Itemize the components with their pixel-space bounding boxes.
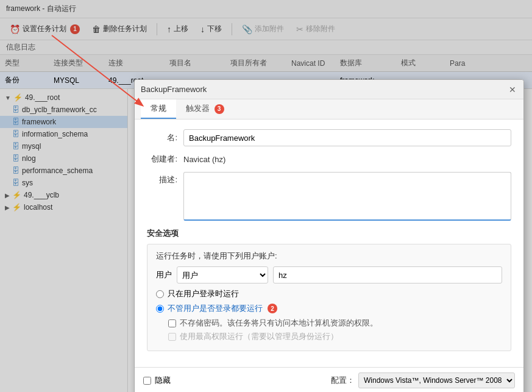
radio-login[interactable] <box>156 290 164 298</box>
config-row: 配置： Windows Vista™, Windows Server™ 2008 <box>331 372 515 388</box>
config-select[interactable]: Windows Vista™, Windows Server™ 2008 <box>358 372 515 388</box>
radio-always[interactable] <box>156 305 164 313</box>
radio-row-2: 不管用户是否登录都要运行 2 <box>156 303 502 314</box>
checkbox-highest-label: 使用最高权限运行（需要以管理员身份运行） <box>180 331 338 342</box>
creator-label: 创建者: <box>147 154 183 165</box>
checkbox-no-store[interactable] <box>168 319 176 327</box>
hide-row: 隐藏 <box>143 375 171 386</box>
modal-tabs: 常规 触发器 3 <box>135 99 523 119</box>
modal-titlebar: BackupFramework ✕ <box>135 80 523 99</box>
user-select[interactable]: 用户 <box>177 266 268 283</box>
user-input[interactable] <box>273 266 502 283</box>
config-label: 配置： <box>331 375 355 386</box>
modal-body: 名: 创建者: Navicat (hz) 描述: 安全选项 运行任务时，请使用下… <box>135 119 523 367</box>
user-label: 用户 <box>156 269 172 280</box>
form-row-creator: 创建者: Navicat (hz) <box>147 154 511 165</box>
hide-checkbox[interactable] <box>143 377 151 385</box>
checkbox-highest <box>168 333 176 341</box>
radio-login-label: 只在用户登录时运行 <box>168 288 239 299</box>
radio-always-label: 不管用户是否登录都要运行 <box>168 303 263 314</box>
checkbox-no-store-label: 不存储密码。该任务将只有访问本地计算机资源的权限。 <box>180 318 378 329</box>
desc-textarea[interactable] <box>183 172 511 221</box>
security-title: 安全选项 <box>147 228 511 239</box>
modal-bottom: 隐藏 配置： Windows Vista™, Windows Server™ 2… <box>135 367 523 392</box>
radio-row-1: 只在用户登录时运行 <box>156 288 502 299</box>
form-row-desc: 描述: <box>147 172 511 221</box>
creator-value: Navicat (hz) <box>183 155 225 164</box>
desc-label: 描述: <box>147 172 183 185</box>
tab-general-label: 常规 <box>151 104 166 113</box>
hide-label: 隐藏 <box>155 375 171 386</box>
checkbox-row-1: 不存储密码。该任务将只有访问本地计算机资源的权限。 <box>156 318 502 329</box>
tab-trigger-badge: 3 <box>215 104 224 114</box>
security-run-label: 运行任务时，请使用下列用户账户: <box>156 251 502 262</box>
checkbox-row-2: 使用最高权限运行（需要以管理员身份运行） <box>156 331 502 342</box>
modal-title: BackupFramework <box>141 85 207 94</box>
badge-2: 2 <box>268 304 277 313</box>
tab-trigger[interactable]: 触发器 3 <box>176 99 234 119</box>
modal-close-button[interactable]: ✕ <box>506 84 519 96</box>
modal-dialog: BackupFramework ✕ 常规 触发器 3 名: 创建者: Navic… <box>134 79 524 392</box>
user-row: 用户 用户 <box>156 266 502 283</box>
security-section: 运行任务时，请使用下列用户账户: 用户 用户 只在用户登录时运行 不管用户是否登… <box>147 244 511 351</box>
tab-trigger-label: 触发器 <box>186 104 210 113</box>
form-row-name: 名: <box>147 129 511 146</box>
name-label: 名: <box>147 132 183 143</box>
name-input[interactable] <box>183 129 511 146</box>
tab-general[interactable]: 常规 <box>141 99 176 119</box>
